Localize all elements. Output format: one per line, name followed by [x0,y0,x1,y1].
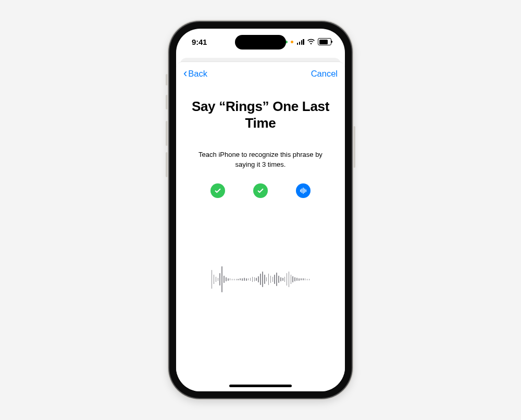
battery-icon [318,38,331,45]
cellular-icon [297,39,304,45]
cancel-label: Cancel [311,69,338,79]
volume-up-button[interactable] [166,121,168,146]
iphone-device-frame: 9:41 ‹ Back [169,22,352,398]
audio-waveform [176,261,345,298]
listening-icon [300,187,307,194]
progress-step-1 [210,183,225,198]
home-indicator[interactable] [229,385,292,387]
check-icon [257,187,264,194]
side-power-button[interactable] [353,126,355,168]
screen: 9:41 ‹ Back [176,29,345,391]
page-title: Say “Rings” One Last Time [188,98,333,131]
mic-indicator-dot [291,41,293,43]
page-subtitle: Teach iPhone to recognize this phrase by… [193,150,328,170]
check-icon [214,187,221,194]
nav-bar: ‹ Back Cancel [176,62,345,85]
status-time: 9:41 [192,38,207,46]
status-right-cluster [285,38,331,45]
back-button[interactable]: ‹ Back [183,68,207,79]
volume-down-button[interactable] [166,152,168,177]
progress-step-3 [296,183,311,198]
silence-switch[interactable] [166,95,168,109]
sheet-content: Say “Rings” One Last Time Teach iPhone t… [176,85,345,391]
training-progress [210,183,311,198]
cancel-button[interactable]: Cancel [311,69,338,79]
dynamic-island [235,35,286,50]
progress-step-2 [253,183,268,198]
modal-sheet: ‹ Back Cancel Say “Rings” One Last Time … [176,62,345,391]
chevron-left-icon: ‹ [183,68,187,79]
back-label: Back [188,69,207,79]
action-button[interactable] [166,74,168,85]
wifi-icon [307,39,315,45]
